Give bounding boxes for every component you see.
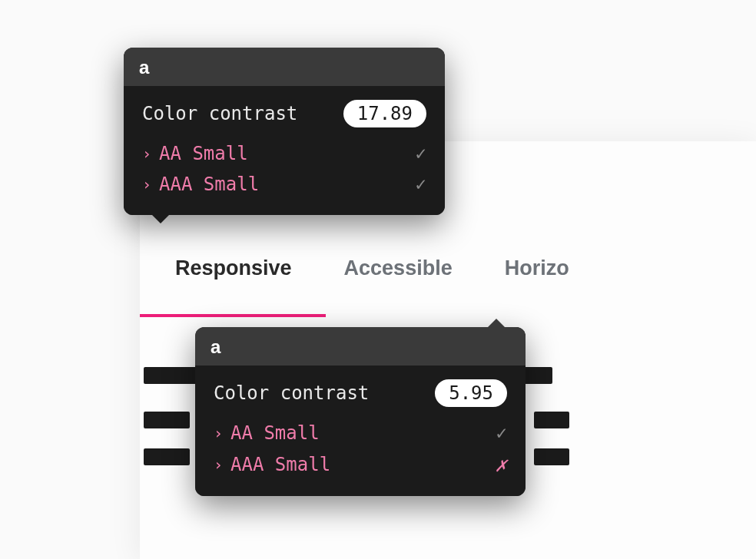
chevron-icon: ›: [142, 175, 151, 194]
tab-responsive[interactable]: Responsive: [175, 256, 292, 296]
fail-icon: ✗: [495, 453, 507, 476]
check-label: AA Small: [159, 143, 248, 164]
contrast-row: Color contrast 5.95: [214, 379, 507, 407]
tooltip-header: a: [195, 327, 526, 366]
tooltip-body: Color contrast 17.89 › AA Small ✓ › AAA …: [124, 86, 445, 215]
check-icon: ✓: [416, 143, 426, 164]
chevron-icon: ›: [214, 424, 223, 442]
contrast-title: Color contrast: [214, 382, 369, 404]
check-row-aaa: › AAA Small ✗: [214, 448, 507, 481]
contrast-title: Color contrast: [142, 103, 297, 124]
tooltip-body: Color contrast 5.95 › AA Small ✓ › AAA S…: [195, 366, 526, 496]
contrast-tooltip-2: a Color contrast 5.95 › AA Small ✓ › AAA…: [195, 327, 526, 496]
check-row-aa: › AA Small ✓: [214, 418, 507, 448]
check-label: AAA Small: [230, 454, 330, 475]
tab-horizontal[interactable]: Horizo: [505, 256, 569, 296]
tab-accessible[interactable]: Accessible: [344, 256, 453, 296]
skeleton-line: [534, 448, 569, 465]
contrast-tooltip-1: a Color contrast 17.89 › AA Small ✓ › AA…: [124, 48, 445, 215]
skeleton-line: [144, 412, 190, 428]
active-tab-indicator: [140, 314, 326, 317]
check-row-aaa: › AAA Small ✓: [142, 169, 426, 200]
tooltip-arrow-icon: [151, 214, 170, 223]
contrast-value-badge: 5.95: [435, 379, 507, 407]
check-icon: ✓: [496, 422, 507, 444]
contrast-row: Color contrast 17.89: [142, 100, 426, 127]
check-label: AAA Small: [159, 174, 259, 195]
check-label: AA Small: [230, 422, 320, 444]
chevron-icon: ›: [142, 144, 151, 163]
skeleton-line: [144, 448, 190, 465]
check-icon: ✓: [416, 174, 426, 195]
contrast-value-badge: 17.89: [343, 100, 426, 127]
tooltip-arrow-icon: [487, 319, 506, 328]
skeleton-line: [534, 412, 569, 428]
check-row-aa: › AA Small ✓: [142, 138, 426, 169]
chevron-icon: ›: [214, 455, 223, 474]
tooltip-header: a: [124, 48, 445, 86]
